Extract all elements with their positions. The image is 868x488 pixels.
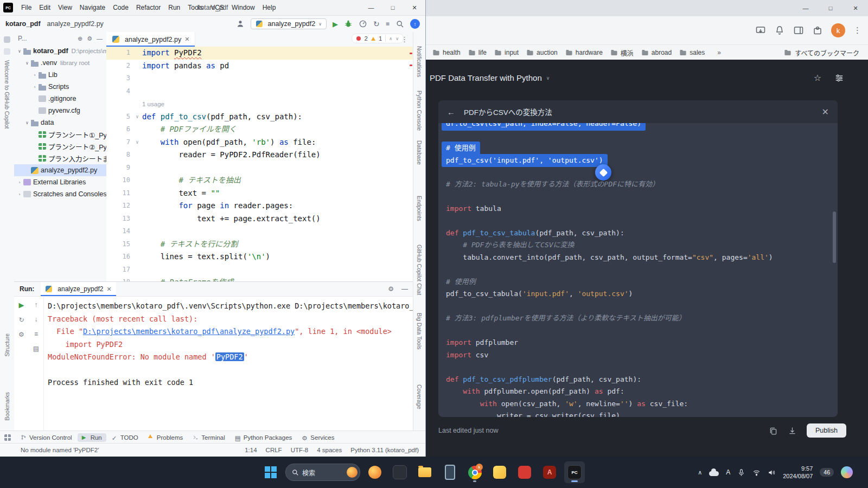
tool-bar-item-terminal[interactable]: Terminal [188, 433, 229, 442]
bookmark-hardware[interactable]: hardware [561, 48, 607, 57]
taskbar-app-dark-icon[interactable] [390, 461, 410, 483]
run-config-selector[interactable]: analyze_pypdf2 ∨ [251, 18, 327, 29]
hide-panel-icon[interactable]: — [97, 35, 103, 42]
menu-file[interactable]: File [17, 4, 35, 11]
commit-tool-icon[interactable] [4, 48, 10, 55]
tree-item-data[interactable]: ∨data [14, 117, 106, 129]
project-tool-icon[interactable] [4, 36, 10, 43]
tray-chevron-icon[interactable]: ∧ [698, 469, 702, 476]
file-breadcrumb[interactable]: analyze_pypdf2.py [47, 20, 104, 28]
scroll-down-icon[interactable]: ↓ [35, 316, 38, 323]
tree-item-external-libraries[interactable]: ›External Libraries [14, 176, 106, 188]
tree-item--[interactable]: プラン入力シートまと... [14, 152, 106, 164]
onedrive-icon[interactable] [709, 471, 719, 476]
taskbar-widgets-icon[interactable] [365, 461, 385, 483]
profile-avatar[interactable]: k [831, 23, 845, 37]
editor-tab-active[interactable]: analyze_pypdf2.py ✕ [106, 32, 195, 47]
tool-windows-icon[interactable] [4, 434, 11, 441]
bookmark-input[interactable]: input [490, 48, 522, 57]
taskbar-pycharm-icon[interactable]: PC [564, 461, 585, 483]
ai-action-button[interactable] [595, 164, 611, 181]
tool-bar-item-version-control[interactable]: Version Control [16, 433, 76, 442]
project-view-selector[interactable]: P... [18, 35, 27, 42]
ide-minimize-button[interactable]: — [360, 0, 382, 15]
star-icon[interactable]: ☆ [814, 73, 821, 83]
usage-inlay-hint[interactable]: 1 usage [142, 101, 164, 107]
all-bookmarks-button[interactable]: すべてのブックマーク [784, 48, 865, 57]
debug-button[interactable] [344, 20, 353, 28]
tool-bar-item-problems[interactable]: Problems [144, 433, 188, 442]
expand-icon[interactable]: ⊕ [78, 35, 82, 42]
publish-button[interactable]: Publish [807, 423, 846, 438]
tool-stripe-notifications[interactable]: Notifications [416, 46, 423, 77]
tool-stripe-github-copilot-chat[interactable]: GitHub Copilot Chat [416, 245, 423, 295]
search-everywhere-icon[interactable] [395, 20, 404, 28]
browser-menu-icon[interactable]: ⋮ [853, 25, 861, 35]
tree-chevron-icon[interactable]: › [31, 73, 38, 78]
menu-refactor[interactable]: Refactor [132, 4, 164, 11]
error-stripe-mark[interactable] [410, 53, 412, 54]
status-item[interactable]: 1:14 [245, 447, 257, 453]
tree-item-lib[interactable]: ›Lib [14, 69, 106, 81]
taskbar-app-red-icon[interactable] [514, 461, 535, 483]
project-widget[interactable]: kotaro_pdf [5, 20, 41, 28]
file-link[interactable]: D:\projects\members\kotaro_pdf\analyze_p… [83, 327, 295, 336]
chevron-down-icon[interactable]: ∨ [546, 75, 550, 81]
tool-bar-item-python-packages[interactable]: ▤Python Packages [231, 433, 297, 442]
taskbar-file-explorer-icon[interactable] [414, 461, 435, 483]
menu-window[interactable]: Window [228, 4, 259, 11]
start-button[interactable] [260, 461, 281, 483]
status-message[interactable]: No module named 'PyPDF2' [21, 447, 99, 453]
close-tab-icon[interactable]: ✕ [184, 36, 189, 43]
microphone-icon[interactable] [737, 468, 745, 477]
speaker-icon[interactable] [768, 468, 776, 477]
ide-maximize-button[interactable]: □ [382, 0, 404, 15]
tree-chevron-icon[interactable]: › [16, 192, 23, 197]
tool-stripe-python-console[interactable]: Python Console [416, 91, 423, 131]
status-item[interactable]: UTF-8 [291, 447, 309, 453]
bookmark-sales[interactable]: sales [675, 48, 709, 57]
conversation-title[interactable]: PDF Data Transfer with Python [430, 73, 542, 82]
restart-icon[interactable]: ↻ [18, 316, 24, 324]
rerun-button[interactable]: ↻ [373, 20, 380, 28]
soft-wrap-icon[interactable]: ≡ [34, 330, 38, 338]
tree-item-scripts[interactable]: ›Scripts [14, 81, 106, 93]
notifications-icon[interactable] [774, 25, 785, 36]
run-tab[interactable]: analyze_pypdf2 ✕ [41, 282, 116, 296]
side-panel-icon[interactable] [793, 25, 804, 36]
tree-item-scratches-and-consoles[interactable]: ›Scratches and Consoles [14, 188, 106, 200]
taskbar-search[interactable]: 検索 [285, 464, 360, 481]
artifact-scrollbar[interactable] [833, 211, 836, 263]
run-settings-gear-icon[interactable]: ⚙ [388, 285, 394, 293]
status-item[interactable]: 4 spaces [317, 447, 342, 453]
tool-bar-item-services[interactable]: ⚙Services [297, 433, 339, 442]
clear-output-icon[interactable]: ▤ [33, 345, 39, 352]
menu-navigate[interactable]: Navigate [76, 4, 109, 11]
minimize-panel-icon[interactable]: — [401, 285, 408, 293]
taskbar-acrobat-icon[interactable]: A [539, 461, 560, 483]
copilot-icon[interactable] [841, 466, 853, 478]
wifi-icon[interactable] [752, 468, 761, 477]
update-project-button[interactable]: ↑ [410, 19, 420, 29]
collaborate-icon[interactable] [236, 20, 245, 28]
extensions-icon[interactable] [812, 25, 823, 36]
error-stripe-mark[interactable] [410, 65, 412, 66]
menu-run[interactable]: Run [164, 4, 184, 11]
copy-icon[interactable] [769, 426, 778, 435]
run-gear-icon[interactable]: ⚙ [18, 331, 24, 338]
browser-close-button[interactable]: ✕ [843, 0, 868, 16]
bookmark-health[interactable]: health [429, 48, 464, 57]
next-issue-icon[interactable]: ∨ [395, 36, 399, 41]
taskbar-phone-link-icon[interactable] [439, 461, 460, 483]
ide-close-button[interactable]: ✕ [404, 0, 425, 15]
tree-item-analyze_pypdf2-py[interactable]: analyze_pypdf2.py [14, 164, 106, 176]
tree-item--venv[interactable]: ∨.venvlibrary root [14, 57, 106, 69]
bookmark-abroad[interactable]: abroad [637, 48, 675, 57]
tool-stripe-structure[interactable]: Structure [4, 333, 10, 357]
back-arrow-icon[interactable]: ← [447, 107, 455, 117]
tool-stripe-coverage[interactable]: Coverage [416, 384, 423, 409]
editor-code-area[interactable]: 1import PyPDF22import pandas as pd341 us… [106, 47, 413, 282]
taskbar-app-yellow-icon[interactable] [489, 461, 510, 483]
tree-item-pyvenv-cfg[interactable]: pyvenv.cfg [14, 105, 106, 117]
browser-minimize-button[interactable]: — [793, 0, 818, 16]
